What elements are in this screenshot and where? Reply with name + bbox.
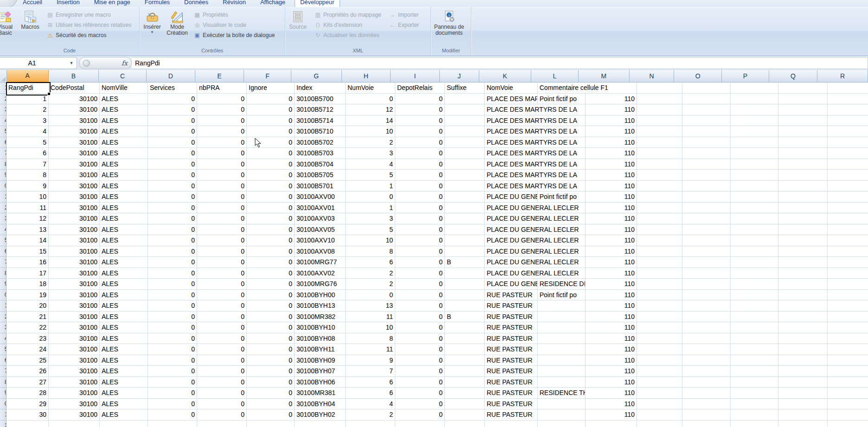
cell[interactable] xyxy=(445,203,485,214)
cell[interactable] xyxy=(828,213,868,224)
cell[interactable] xyxy=(828,366,868,377)
tab-accueil[interactable]: Accueil xyxy=(18,0,47,7)
cell[interactable] xyxy=(682,203,731,214)
cell[interactable]: ALES xyxy=(100,213,148,224)
cell[interactable]: 110 xyxy=(585,257,637,268)
cell[interactable]: 0 xyxy=(148,344,197,355)
cell[interactable] xyxy=(828,300,868,312)
cell[interactable]: ALES xyxy=(100,399,148,410)
cell[interactable] xyxy=(445,126,485,137)
cell[interactable]: 30100 xyxy=(49,213,100,224)
cell[interactable]: 5 xyxy=(346,170,395,181)
cell[interactable]: 30100MR382 xyxy=(295,312,346,323)
cell[interactable]: 0 xyxy=(395,203,445,214)
cell[interactable]: 10 xyxy=(346,235,395,246)
column-header-j[interactable]: J xyxy=(440,70,479,83)
cell[interactable]: 0 xyxy=(395,312,445,323)
cell[interactable] xyxy=(778,257,828,268)
cell[interactable] xyxy=(637,203,682,214)
cell[interactable] xyxy=(731,300,778,312)
cell[interactable]: RUE PASTEUR xyxy=(485,344,538,355)
cell[interactable] xyxy=(485,421,538,427)
row-header-5[interactable]: 5 xyxy=(0,126,6,137)
cell[interactable]: 11 xyxy=(346,344,395,355)
row-header-3[interactable]: 3 xyxy=(0,104,6,115)
cell[interactable]: 0 xyxy=(247,126,295,137)
cell[interactable] xyxy=(538,355,585,366)
cell[interactable]: 110 xyxy=(585,224,637,236)
cell[interactable]: ALES xyxy=(100,235,148,246)
cell[interactable]: B xyxy=(445,312,485,323)
cell[interactable]: PLACE DU GENERAL LECLER xyxy=(485,279,538,290)
cell[interactable]: 0 xyxy=(148,366,197,377)
cell[interactable]: 0 xyxy=(247,224,295,236)
cell[interactable]: 0 xyxy=(395,366,445,377)
cell[interactable]: 30100B5704 xyxy=(295,159,346,170)
cell[interactable]: 0 xyxy=(395,170,445,181)
cell[interactable] xyxy=(731,94,778,105)
cell[interactable] xyxy=(731,137,778,148)
cell[interactable] xyxy=(247,421,295,427)
row-header-17[interactable]: 7 xyxy=(0,257,6,268)
cell[interactable]: ALES xyxy=(100,191,148,203)
cell[interactable]: PLACE DU GENERAL LECLER xyxy=(485,213,538,224)
cell[interactable] xyxy=(731,159,778,170)
cell[interactable] xyxy=(778,94,828,105)
cell[interactable]: 0 xyxy=(148,279,197,290)
cell[interactable] xyxy=(828,94,868,105)
cell[interactable]: 4 xyxy=(346,399,395,410)
cell[interactable]: PLACE DU GENERAL LECLER xyxy=(485,268,538,279)
cell[interactable]: 110 xyxy=(585,268,637,279)
cell[interactable]: 30100 xyxy=(49,224,100,236)
cell[interactable]: 12 xyxy=(346,104,395,115)
row-header-30[interactable]: 0 xyxy=(0,399,6,410)
cell[interactable] xyxy=(731,203,778,214)
cell[interactable] xyxy=(445,377,485,388)
cell[interactable]: 2 xyxy=(6,104,49,115)
cell[interactable] xyxy=(828,322,868,333)
cell[interactable] xyxy=(637,170,682,181)
cell[interactable]: 1 xyxy=(6,94,49,105)
cell[interactable]: 30100 xyxy=(49,235,100,246)
cell[interactable] xyxy=(731,355,778,366)
cell[interactable] xyxy=(828,246,868,257)
cell[interactable]: PLACE DES MARTYRS DE LA xyxy=(485,159,538,170)
cell[interactable]: 0 xyxy=(247,170,295,181)
cell[interactable] xyxy=(682,355,731,366)
cell[interactable]: 30100 xyxy=(49,333,100,344)
cell[interactable] xyxy=(445,388,485,399)
cell[interactable]: 0 xyxy=(197,300,247,312)
cell[interactable]: 0 xyxy=(247,257,295,268)
cell[interactable] xyxy=(637,148,682,159)
cell[interactable]: 0 xyxy=(148,181,197,192)
cell[interactable] xyxy=(538,421,585,427)
cell[interactable]: 0 xyxy=(197,94,247,105)
cell[interactable]: 110 xyxy=(585,126,637,137)
cell[interactable] xyxy=(637,137,682,148)
cell[interactable] xyxy=(828,290,868,301)
cell[interactable]: DepotRelais xyxy=(395,83,445,94)
cell[interactable] xyxy=(828,203,868,214)
cell[interactable]: PLACE DES MARTYRS DE LA xyxy=(485,148,538,159)
cell[interactable] xyxy=(682,224,731,236)
panneau-documents-button[interactable]: iPanneau dedocuments xyxy=(431,9,467,36)
cell[interactable]: 30100 xyxy=(49,300,100,312)
cell[interactable]: 0 xyxy=(395,290,445,301)
cell[interactable] xyxy=(731,235,778,246)
cell[interactable]: 0 xyxy=(395,104,445,115)
cell[interactable]: NomVoie xyxy=(485,83,538,94)
cell[interactable]: 0 xyxy=(148,355,197,366)
row-header-14[interactable]: 4 xyxy=(0,224,6,236)
cell[interactable]: 0 xyxy=(247,322,295,333)
cell[interactable] xyxy=(637,355,682,366)
cell[interactable]: 110 xyxy=(585,203,637,214)
row-header-23[interactable]: 3 xyxy=(0,322,6,333)
cell[interactable]: 18 xyxy=(6,279,49,290)
cell[interactable] xyxy=(778,333,828,344)
column-header-m[interactable]: M xyxy=(579,70,630,83)
cell[interactable] xyxy=(445,322,485,333)
cell[interactable]: 0 xyxy=(197,399,247,410)
cell[interactable]: 0 xyxy=(395,235,445,246)
cell[interactable]: 0 xyxy=(197,333,247,344)
cell[interactable]: 10 xyxy=(346,126,395,137)
